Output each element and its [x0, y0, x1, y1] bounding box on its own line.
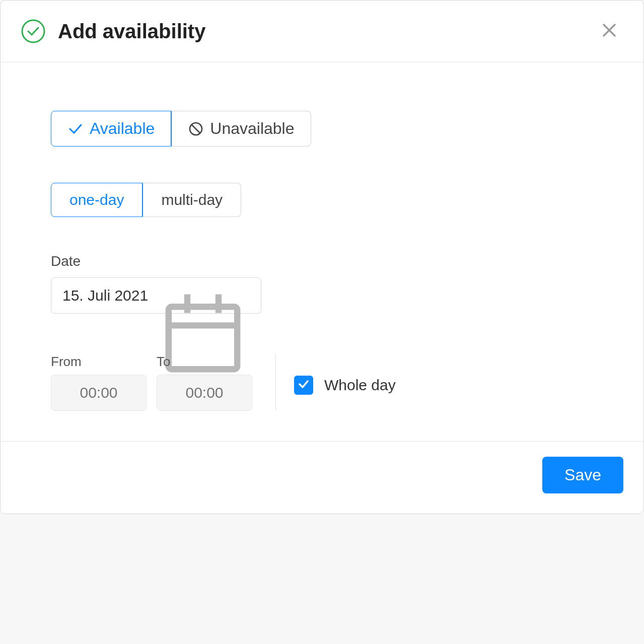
dialog-body: Available Unavailable one-day multi-day [1, 62, 643, 441]
whole-day-option: Whole day [294, 371, 396, 395]
multi-day-label: multi-day [161, 191, 223, 208]
check-circle-icon [21, 19, 46, 44]
available-toggle[interactable]: Available [51, 111, 171, 147]
duration-toggle-group: one-day multi-day [51, 183, 241, 217]
one-day-label: one-day [69, 191, 124, 208]
unavailable-toggle[interactable]: Unavailable [171, 111, 311, 147]
prohibited-icon [188, 121, 204, 137]
whole-day-label: Whole day [324, 377, 396, 394]
available-label: Available [90, 119, 155, 138]
svg-point-0 [22, 20, 44, 42]
calendar-icon [156, 288, 250, 303]
dialog-footer: Save [1, 441, 643, 514]
vertical-divider [275, 354, 276, 411]
add-availability-dialog: Add availability Available [0, 0, 644, 514]
unavailable-label: Unavailable [210, 119, 294, 138]
to-input[interactable] [157, 375, 252, 411]
to-column: To [157, 354, 252, 411]
save-button[interactable]: Save [542, 457, 623, 493]
date-input[interactable]: 15. Juli 2021 [51, 277, 261, 314]
check-icon [67, 121, 84, 137]
time-row: From To Whole day [51, 354, 593, 411]
from-column: From [51, 354, 147, 411]
dialog-header: Add availability [1, 1, 643, 62]
date-value: 15. Juli 2021 [62, 287, 156, 304]
date-label: Date [51, 253, 593, 269]
time-fields: From To [51, 354, 252, 411]
availability-toggle-group: Available Unavailable [51, 111, 311, 147]
to-label: To [157, 354, 252, 370]
date-section: Date 15. Juli 2021 [51, 253, 593, 314]
whole-day-checkbox[interactable] [294, 376, 313, 395]
one-day-toggle[interactable]: one-day [51, 183, 142, 217]
close-button[interactable] [597, 19, 621, 43]
from-input[interactable] [51, 375, 147, 411]
from-label: From [51, 354, 147, 370]
checkbox-check-icon [298, 378, 310, 392]
multi-day-toggle[interactable]: multi-day [142, 183, 241, 217]
close-icon [602, 23, 617, 40]
dialog-title: Add availability [58, 20, 597, 43]
